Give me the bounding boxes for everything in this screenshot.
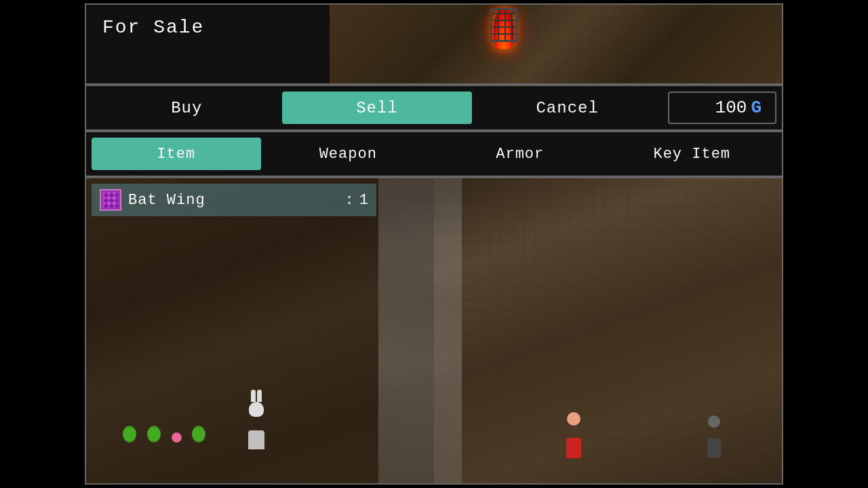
item-icon-graphic	[103, 192, 118, 207]
character-right	[560, 412, 587, 456]
action-panel: Buy Sell Cancel 100 G	[85, 85, 783, 131]
action-buttons: Buy Sell Cancel	[92, 92, 663, 124]
character-left	[239, 402, 273, 449]
plant-pink-1	[172, 432, 182, 443]
sell-button[interactable]: Sell	[282, 92, 473, 124]
item-separator: :	[345, 192, 354, 209]
buy-button[interactable]: Buy	[92, 92, 282, 124]
char-right-body	[566, 438, 581, 458]
item-icon	[100, 189, 121, 211]
category-panel: Item Weapon Armor Key Item	[85, 131, 783, 177]
cancel-button[interactable]: Cancel	[472, 92, 663, 124]
inventory-panel: Bat Wing : 1	[85, 177, 783, 485]
category-armor-button[interactable]: Armor	[435, 138, 605, 170]
char-right-head	[567, 412, 580, 426]
plant-green-3	[192, 426, 205, 443]
character-scene	[86, 334, 782, 470]
char-left-body	[248, 430, 264, 449]
list-item[interactable]: Bat Wing : 1	[92, 184, 376, 216]
window-grate	[490, 8, 517, 42]
gold-unit: G	[751, 98, 762, 118]
item-name: Bat Wing	[128, 192, 340, 209]
shop-title: For Sale	[102, 17, 204, 38]
category-key-item-button[interactable]: Key Item	[608, 138, 777, 170]
character-far-right	[703, 415, 726, 453]
title-panel: For Sale	[85, 3, 783, 85]
item-count: 1	[359, 192, 368, 209]
category-weapon-button[interactable]: Weapon	[264, 138, 433, 170]
dungeon-background	[330, 5, 782, 83]
gold-amount: 100	[715, 98, 747, 118]
gold-display: 100 G	[668, 92, 776, 124]
char-left-head	[249, 402, 264, 417]
plants	[121, 426, 208, 446]
plant-green-1	[123, 426, 136, 443]
char-far-body	[707, 439, 721, 458]
plant-green-2	[147, 426, 161, 443]
game-window: For Sale Buy Sell Cancel 100 G Item Weap…	[85, 3, 783, 485]
category-item-button[interactable]: Item	[92, 138, 261, 170]
char-far-head	[708, 415, 720, 428]
